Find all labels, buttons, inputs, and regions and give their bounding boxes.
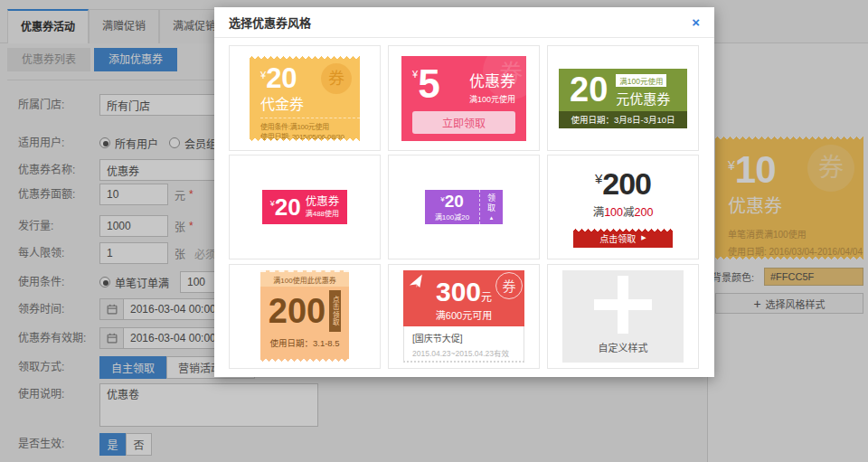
amount-value: 20 <box>445 192 464 211</box>
coupon-green: 20 满100元使用 元优惠券 使用日期：3月8日-3月10日 <box>559 69 687 128</box>
condition-text: 减 <box>623 206 635 219</box>
coupon-yellow: 券 ¥20 代金券 使用条件:满100元使用 使用日期: 2015/05/06-… <box>250 55 360 142</box>
modal-header: 选择优惠券风格 × <box>214 7 714 38</box>
amount-value: 200 <box>269 294 326 328</box>
claim-stub: 领取 ▲ <box>479 190 503 224</box>
coupon-title: 优惠券 <box>469 69 515 91</box>
coupon-purple-banner: ¥20 满100减20 领取 ▲ <box>425 190 503 224</box>
coupon-footer: [国庆节大促] 2015.04.23~2015.04.23有效 <box>403 326 524 363</box>
coupon-title: 代金券 <box>260 92 360 114</box>
coupon-crimson-banner: ¥20 优惠券 满488使用 <box>262 190 347 224</box>
coupon-condition-tag: 满100元使用 <box>616 74 666 87</box>
plus-icon <box>594 276 652 334</box>
coupon-peach: 满100使用此优惠券 200 点击领取 使用日期：3.1-8.5 <box>260 270 349 363</box>
click-claim-button[interactable]: 点击领取 <box>329 290 341 332</box>
coupon-condition: 满100减200 <box>593 203 654 220</box>
coupon-sawtooth-edge <box>573 228 673 232</box>
coupon-right-block: 优惠券 满100元使用 <box>469 69 515 105</box>
coupon-amount: ¥200 <box>595 166 651 202</box>
coupon-style-option-white-red[interactable]: ¥200 满100减200 点击领取 ▶ <box>547 155 699 259</box>
amount-value: 20 <box>275 193 301 221</box>
coupon-main: 20 满100元使用 元优惠券 <box>559 69 687 111</box>
coupon-badge-icon: 券 <box>321 63 352 94</box>
coupon-main: ¥20 满100减20 <box>425 190 479 224</box>
modal-title: 选择优惠券风格 <box>229 14 692 31</box>
coupon-info: ¥5 优惠券 满100元使用 <box>412 65 515 105</box>
coupon-style-option-crimson[interactable]: ¥20 优惠券 满488使用 <box>229 155 381 259</box>
coupon-condition: 使用条件:满100元使用 <box>260 121 356 131</box>
paper-plane-icon <box>407 272 428 296</box>
coupon-style-option-yellow[interactable]: 券 ¥20 代金券 使用条件:满100元使用 使用日期: 2015/05/06-… <box>229 45 381 151</box>
coupon-condition: 满100减20 <box>435 212 469 222</box>
arrow-up-icon: ▲ <box>489 215 495 221</box>
coupon-style-modal: 选择优惠券风格 × 券 ¥20 代金券 使用条件:满100元使用 使用日期: 2… <box>214 7 714 377</box>
claim-label: 领取 <box>486 193 497 213</box>
condition-text: 满 <box>593 206 605 219</box>
unit-label: 元 <box>481 291 492 304</box>
amount-value: 20 <box>266 62 297 94</box>
coupon-red: 券 300元 满600元可用 [国庆节大促] 2015.04.23~2015.0… <box>403 270 524 363</box>
custom-style-label: 自定义样式 <box>562 340 684 354</box>
coupon-pink: 券 ¥5 优惠券 满100元使用 立即领取 <box>401 56 526 141</box>
amount-value: 5 <box>418 61 439 106</box>
coupon-sawtooth-edge <box>250 55 360 60</box>
coupon-validity: 2015.04.23~2015.04.23有效 <box>412 347 515 358</box>
click-claim-button[interactable]: 点击领取 ▶ <box>573 228 673 248</box>
coupon-style-option-purple[interactable]: ¥20 满100减20 领取 ▲ <box>388 155 540 259</box>
coupon-title: 优惠券 <box>306 196 340 209</box>
arrow-right-icon: ▶ <box>641 234 646 241</box>
close-icon[interactable]: × <box>692 15 700 29</box>
coupon-condition: 满100元使用 <box>469 93 515 105</box>
condition-number: 200 <box>635 206 654 219</box>
coupon-sawtooth-edge <box>260 358 349 363</box>
coupon-amount: ¥5 <box>412 65 440 105</box>
coupon-badge-icon: 券 <box>495 272 523 299</box>
condition-number: 100 <box>604 206 623 219</box>
app-window: 优惠券活动 满赠促销 满减促销 优惠券列表 添加优惠券 所属门店: 适用用户: … <box>0 0 868 462</box>
coupon-title: 元优惠券 <box>616 89 670 108</box>
coupon-condition: 满100使用此优惠券 <box>260 270 349 287</box>
coupon-amount: ¥20 <box>270 195 301 219</box>
claim-now-button[interactable]: 立即领取 <box>412 111 515 134</box>
button-label: 点击领取 <box>599 231 636 245</box>
coupon-event: [国庆节大促] <box>412 331 515 344</box>
custom-style-box: 自定义样式 <box>562 270 684 363</box>
coupon-style-option-green[interactable]: 20 满100元使用 元优惠券 使用日期：3月8日-3月10日 <box>547 45 699 151</box>
coupon-main: 券 300元 满600元可用 <box>403 270 524 326</box>
coupon-style-option-custom[interactable]: 自定义样式 <box>547 264 699 369</box>
coupon-condition: 满488使用 <box>306 208 340 218</box>
coupon-style-option-red[interactable]: 券 300元 满600元可用 [国庆节大促] 2015.04.23~2015.0… <box>388 264 540 369</box>
coupon-date: 使用日期：3月8日-3月10日 <box>559 111 687 128</box>
amount-value: 20 <box>570 72 608 107</box>
amount-value: 200 <box>602 166 651 201</box>
coupon-white-red: ¥200 满100减200 点击领取 ▶ <box>573 166 673 248</box>
coupon-right-block: 优惠券 满488使用 <box>306 196 340 219</box>
amount-value: 300 <box>436 277 481 306</box>
coupon-condition: 满600元可用 <box>403 307 524 322</box>
coupon-date: 使用日期：3.1-8.5 <box>260 336 349 349</box>
coupon-amount: ¥20 <box>440 193 464 211</box>
coupon-right-block: 满100元使用 元优惠券 <box>616 71 670 108</box>
coupon-main: 200 点击领取 <box>260 290 349 332</box>
coupon-sawtooth-edge <box>250 137 360 142</box>
coupon-style-option-pink[interactable]: 券 ¥5 优惠券 满100元使用 立即领取 <box>388 45 540 151</box>
coupon-style-option-peach[interactable]: 满100使用此优惠券 200 点击领取 使用日期：3.1-8.5 <box>229 264 381 369</box>
